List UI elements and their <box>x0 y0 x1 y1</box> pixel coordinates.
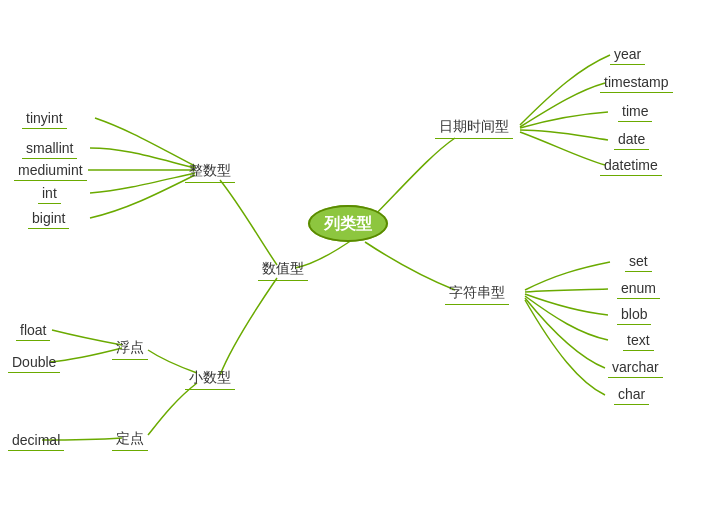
node-float: float <box>16 320 50 341</box>
float-label: float <box>16 320 50 341</box>
set-label: set <box>625 251 652 272</box>
tinyint-label: tinyint <box>22 108 67 129</box>
decimal-label: decimal <box>8 430 64 451</box>
double-label: Double <box>8 352 60 373</box>
bigint-label: bigint <box>28 208 69 229</box>
node-decimal: decimal <box>8 430 64 451</box>
time-label: time <box>618 101 652 122</box>
node-bigint: bigint <box>28 208 69 229</box>
node-set: set <box>625 251 652 272</box>
node-tinyint: tinyint <box>22 108 67 129</box>
blob-label: blob <box>617 304 651 325</box>
xiaoshu-label: 小数型 <box>185 367 235 390</box>
smallint-label: smallint <box>22 138 77 159</box>
center-label: 列类型 <box>308 205 388 242</box>
year-label: year <box>610 44 645 65</box>
node-year: year <box>610 44 645 65</box>
shuzhixing-label: 数值型 <box>258 258 308 281</box>
node-mediumint: mediumint <box>14 160 87 181</box>
varchar-label: varchar <box>608 357 663 378</box>
int-label: int <box>38 183 61 204</box>
node-double: Double <box>8 352 60 373</box>
node-fudian: 浮点 <box>112 337 148 360</box>
node-enum: enum <box>617 278 660 299</box>
char-label: char <box>614 384 649 405</box>
node-dingdian: 定点 <box>112 428 148 451</box>
mind-map: 列类型 数值型 整数型 小数型 日期时间型 字符串型 浮点 定点 tinyint… <box>0 0 720 509</box>
node-smallint: smallint <box>22 138 77 159</box>
riqi-label: 日期时间型 <box>435 116 513 139</box>
node-text: text <box>623 330 654 351</box>
node-blob: blob <box>617 304 651 325</box>
node-int: int <box>38 183 61 204</box>
fudian-label: 浮点 <box>112 337 148 360</box>
node-riqi: 日期时间型 <box>435 116 513 139</box>
dingdian-label: 定点 <box>112 428 148 451</box>
mediumint-label: mediumint <box>14 160 87 181</box>
date-label: date <box>614 129 649 150</box>
node-time: time <box>618 101 652 122</box>
node-char: char <box>614 384 649 405</box>
zifu-label: 字符串型 <box>445 282 509 305</box>
node-shuzhixing: 数值型 <box>258 258 308 281</box>
node-zhengshu: 整数型 <box>185 160 235 183</box>
enum-label: enum <box>617 278 660 299</box>
datetime-label: datetime <box>600 155 662 176</box>
text-label: text <box>623 330 654 351</box>
node-timestamp: timestamp <box>600 72 673 93</box>
zhengshu-label: 整数型 <box>185 160 235 183</box>
node-varchar: varchar <box>608 357 663 378</box>
node-zifu: 字符串型 <box>445 282 509 305</box>
node-datetime: datetime <box>600 155 662 176</box>
timestamp-label: timestamp <box>600 72 673 93</box>
center-node: 列类型 <box>308 214 388 235</box>
node-xiaoshu: 小数型 <box>185 367 235 390</box>
node-date: date <box>614 129 649 150</box>
